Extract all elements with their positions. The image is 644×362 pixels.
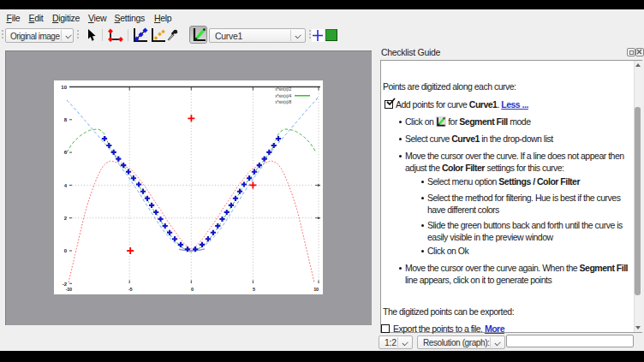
svg-text:0: 0 bbox=[191, 287, 194, 292]
svg-text:10: 10 bbox=[61, 85, 67, 90]
svg-text:-10: -10 bbox=[66, 287, 72, 292]
svg-text:8: 8 bbox=[64, 117, 68, 122]
svg-text:-5: -5 bbox=[128, 287, 133, 292]
svg-text:x*sin(x)/4: x*sin(x)/4 bbox=[275, 93, 291, 98]
svg-text:2: 2 bbox=[64, 216, 68, 221]
svg-text:x*sin(x)/8: x*sin(x)/8 bbox=[275, 99, 291, 104]
svg-text:6: 6 bbox=[64, 150, 68, 155]
svg-text:x*sin(x)/2: x*sin(x)/2 bbox=[275, 86, 291, 92]
svg-text:-2: -2 bbox=[63, 282, 68, 287]
svg-text:10: 10 bbox=[313, 287, 319, 292]
svg-text:0: 0 bbox=[64, 248, 68, 253]
svg-text:4: 4 bbox=[64, 183, 68, 188]
svg-text:5: 5 bbox=[253, 287, 255, 292]
